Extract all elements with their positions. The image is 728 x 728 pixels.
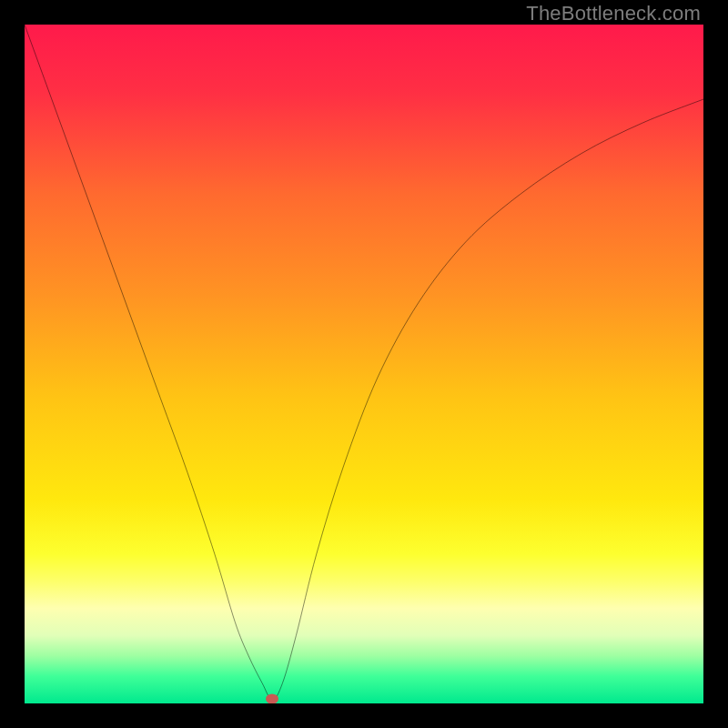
minimum-marker [266, 693, 278, 703]
chart-frame: TheBottleneck.com [0, 0, 728, 728]
plot-area [25, 25, 703, 703]
bottleneck-curve [25, 25, 703, 703]
watermark-text: TheBottleneck.com [526, 2, 701, 25]
curve-path [25, 25, 703, 700]
